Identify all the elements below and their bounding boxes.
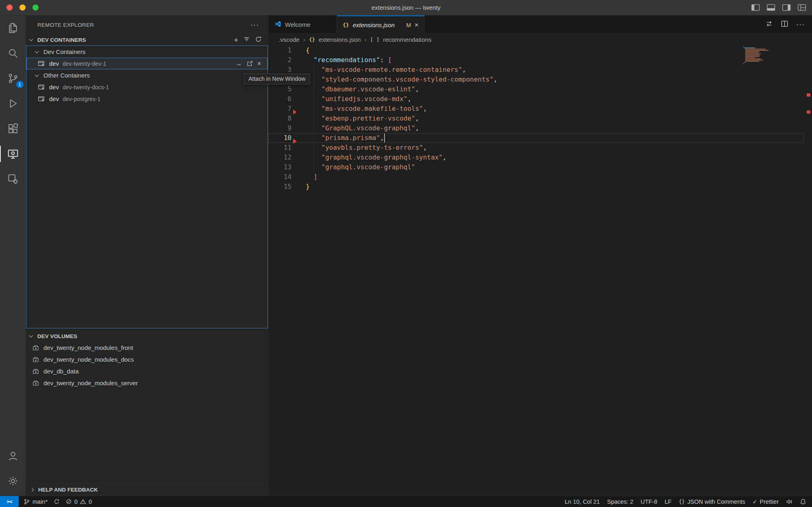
close-tab-icon[interactable]: × — [415, 22, 419, 28]
line-number[interactable]: 6 — [268, 94, 292, 104]
indentation-item[interactable]: Spaces: 2 — [607, 498, 633, 505]
line-number[interactable]: 14 — [268, 172, 292, 182]
code-line[interactable]: 15} — [268, 182, 804, 192]
refresh-icon[interactable] — [255, 36, 262, 44]
line-text: "yoavbls.pretty-ts-errors", — [292, 143, 427, 153]
code-line[interactable]: 1{ — [268, 45, 804, 55]
code-line[interactable]: 2 "recommendations": [ — [268, 55, 804, 65]
customize-layout-icon[interactable] — [797, 4, 806, 11]
git-branch-item[interactable]: main* — [24, 498, 48, 505]
tree-group[interactable]: Other Containers — [26, 69, 268, 81]
code-line[interactable]: 12 "graphql.vscode-graphql-syntax", — [268, 153, 804, 162]
code-line[interactable]: 4 "styled-components.vscode-styled-compo… — [268, 75, 804, 84]
chevron-down-icon — [29, 37, 33, 41]
tab-extensions-json[interactable]: {} extensions.json M × — [337, 15, 425, 34]
container-tools-icon[interactable] — [0, 168, 26, 190]
attach-in-new-window-icon[interactable] — [246, 60, 253, 67]
remove-container-icon[interactable]: × — [257, 60, 261, 67]
container-item[interactable]: devdev-twenty-dev-1→× — [26, 58, 268, 69]
line-text: "esbenp.prettier-vscode", — [292, 114, 419, 123]
minimap-line — [743, 46, 744, 47]
section-dev-containers[interactable]: DEV CONTAINERS + — [26, 34, 268, 45]
more-actions-icon[interactable]: ··· — [251, 21, 259, 29]
line-number[interactable]: 10 — [268, 133, 292, 143]
minimap[interactable] — [743, 46, 769, 65]
section-label: DEV VOLUMES — [37, 333, 77, 339]
container-item[interactable]: devdev-postgres-1 — [26, 93, 268, 105]
tab-label: extensions.json — [353, 22, 395, 28]
line-number[interactable]: 12 — [268, 153, 292, 162]
feedback-icon[interactable] — [786, 498, 793, 505]
line-number[interactable]: 9 — [268, 123, 292, 133]
run-debug-icon[interactable] — [0, 92, 26, 115]
remote-indicator[interactable]: >< — [0, 496, 19, 507]
remote-explorer-icon[interactable] — [0, 142, 26, 165]
code-line[interactable]: 13 "graphql.vscode-graphql" — [268, 162, 804, 172]
toggle-primary-sidebar-icon[interactable] — [751, 4, 760, 11]
toggle-panel-icon[interactable] — [767, 4, 775, 11]
code-line[interactable]: 9 "GraphQL.vscode-graphql", — [268, 123, 804, 133]
section-dev-volumes[interactable]: DEV VOLUMES — [26, 330, 268, 342]
split-editor-icon[interactable] — [781, 20, 788, 29]
breadcrumb-file[interactable]: extensions.json — [319, 36, 361, 43]
minimap-line — [745, 55, 760, 56]
source-control-icon[interactable]: 1 — [0, 67, 26, 90]
red-marker-icon — [293, 110, 297, 114]
problems-item[interactable]: 0 0 — [66, 498, 92, 505]
add-icon[interactable]: + — [234, 36, 238, 44]
section-help-and-feedback[interactable]: HELP AND FEEDBACK — [26, 483, 268, 496]
code-line[interactable]: 8 "esbenp.prettier-vscode", — [268, 114, 804, 123]
extensions-icon[interactable] — [0, 117, 26, 140]
line-number[interactable]: 5 — [268, 84, 292, 94]
settings-gear-icon[interactable] — [0, 470, 26, 492]
eol-item[interactable]: LF — [665, 498, 672, 505]
code-line[interactable]: 10 "prisma.prisma", — [268, 133, 804, 143]
code-line[interactable]: 7 "ms-vscode.makefile-tools", — [268, 104, 804, 114]
minimap-line — [744, 47, 755, 48]
volume-item[interactable]: dev_twenty_node_modules_docs — [26, 354, 268, 365]
code-line[interactable]: 14 ] — [268, 172, 804, 182]
open-changes-icon[interactable] — [765, 20, 773, 29]
tree-group[interactable]: Dev Containers — [26, 46, 268, 58]
account-icon[interactable] — [0, 444, 26, 467]
cursor-position-item[interactable]: Ln 10, Col 21 — [565, 498, 600, 505]
formatter-item[interactable]: ✓ Prettier — [753, 498, 779, 505]
tab-welcome[interactable]: Welcome — [268, 15, 337, 34]
more-actions-icon[interactable]: ··· — [796, 20, 805, 29]
toggle-secondary-sidebar-icon[interactable] — [782, 4, 791, 11]
volume-item[interactable]: dev_db_data — [26, 365, 268, 377]
line-number[interactable]: 8 — [268, 114, 292, 123]
line-number[interactable]: 7 — [268, 104, 292, 114]
language-mode-item[interactable]: {} JSON with Comments — [679, 498, 745, 505]
filter-icon[interactable] — [243, 36, 250, 44]
line-number[interactable]: 1 — [268, 45, 292, 55]
attach-in-current-window-icon[interactable]: → — [235, 60, 242, 67]
array-symbol-icon: [ ] — [370, 37, 380, 43]
sync-changes-icon[interactable] — [54, 498, 60, 505]
breadcrumb-folder[interactable]: .vscode — [279, 36, 300, 43]
volume-item[interactable]: dev_twenty_node_modules_front — [26, 342, 268, 354]
container-name: dev — [49, 60, 59, 67]
code-line[interactable]: 11 "yoavbls.pretty-ts-errors", — [268, 143, 804, 153]
notifications-bell-icon[interactable] — [800, 498, 806, 505]
status-bar: >< main* 0 0 Ln 10, Col 21 Spaces: 2 UTF… — [0, 496, 812, 507]
explorer-icon[interactable] — [0, 17, 26, 39]
container-item[interactable]: devdev-twenty-docs-1 — [26, 81, 268, 93]
volume-item[interactable]: dev_twenty_node_modules_server — [26, 377, 268, 389]
breadcrumb-separator: › — [303, 36, 305, 43]
red-marker-icon — [293, 139, 297, 144]
tree-group-label: Other Containers — [43, 72, 90, 79]
code-line[interactable]: 3 "ms-vscode-remote.remote-containers", — [268, 65, 804, 75]
line-number[interactable]: 15 — [268, 182, 292, 192]
title-bar: extensions.json — twenty — [0, 0, 812, 15]
breadcrumb-symbol[interactable]: recommendations — [383, 36, 431, 43]
line-number[interactable]: 2 — [268, 55, 292, 65]
encoding-item[interactable]: UTF-8 — [641, 498, 657, 505]
line-number[interactable]: 13 — [268, 162, 292, 172]
line-number[interactable]: 11 — [268, 143, 292, 153]
code-line[interactable]: 5 "dbaeumer.vscode-eslint", — [268, 84, 804, 94]
code-line[interactable]: 6 "unifiedjs.vscode-mdx", — [268, 94, 804, 104]
search-icon[interactable] — [0, 42, 26, 65]
container-icon — [38, 95, 45, 102]
code-editor[interactable]: 1{2 "recommendations": [3 "ms-vscode-rem… — [268, 45, 812, 496]
